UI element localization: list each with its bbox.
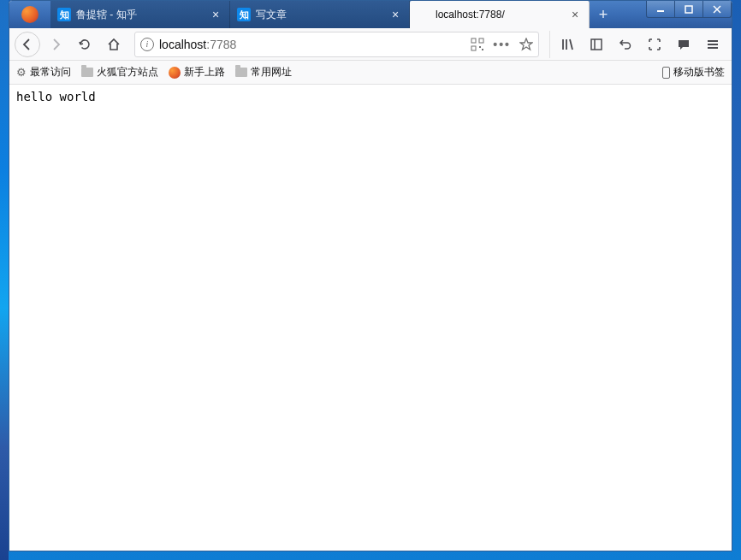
- chat-icon: [677, 38, 691, 51]
- page-content: hello world: [9, 85, 732, 551]
- close-icon: [713, 5, 721, 14]
- reload-button[interactable]: [71, 31, 98, 58]
- close-window-button[interactable]: [702, 1, 732, 18]
- minimize-icon: [656, 5, 665, 14]
- app-icon-area: [9, 1, 50, 28]
- firefox-icon: [169, 67, 181, 79]
- navbar-right: [549, 31, 726, 58]
- home-button[interactable]: [100, 31, 127, 58]
- url-host: localhost: [159, 38, 206, 51]
- home-icon: [107, 38, 121, 51]
- screenshot-button[interactable]: [641, 31, 668, 58]
- maximize-icon: [685, 5, 693, 14]
- tab-title: 写文章: [256, 8, 388, 22]
- hamburger-icon: [706, 38, 720, 51]
- sidebar-icon: [590, 38, 603, 51]
- folder-icon: [235, 68, 247, 77]
- bookmarks-toolbar: ⚙ 最常访问 火狐官方站点 新手上路 常用网址 移动版书签: [9, 61, 732, 85]
- svg-rect-12: [591, 39, 602, 50]
- bookmark-label: 移动版书签: [673, 65, 725, 80]
- library-button[interactable]: [554, 31, 581, 58]
- folder-icon: [81, 68, 93, 77]
- url-port: :7788: [206, 38, 236, 51]
- bookmark-common[interactable]: 常用网址: [235, 65, 292, 80]
- bookmark-star-icon[interactable]: [519, 38, 533, 51]
- zhihu-favicon: 知: [237, 8, 251, 21]
- svg-rect-7: [479, 46, 481, 48]
- tab-2[interactable]: 知 写文章 ×: [230, 1, 410, 28]
- body-text: hello world: [16, 90, 96, 103]
- identity-info-icon[interactable]: i: [140, 38, 154, 51]
- undo-icon: [619, 38, 632, 51]
- tab-title: 鲁提辖 - 知乎: [76, 8, 209, 22]
- page-actions-icon[interactable]: •••: [493, 38, 511, 51]
- bookmark-mobile[interactable]: 移动版书签: [662, 65, 725, 80]
- gear-icon: ⚙: [16, 66, 27, 79]
- phone-icon: [662, 67, 670, 79]
- tab-1[interactable]: 知 鲁提辖 - 知乎 ×: [50, 1, 230, 28]
- bookmark-label: 最常访问: [30, 65, 71, 80]
- titlebar: 知 鲁提辖 - 知乎 × 知 写文章 × localhost:7788/ × +: [9, 1, 732, 28]
- bookmark-most-visited[interactable]: ⚙ 最常访问: [16, 65, 71, 80]
- close-tab-icon[interactable]: ×: [209, 8, 222, 21]
- svg-rect-6: [471, 46, 476, 50]
- maximize-button[interactable]: [674, 1, 703, 18]
- minimize-button[interactable]: [646, 1, 675, 18]
- close-tab-icon[interactable]: ×: [388, 8, 402, 21]
- bookmark-label: 火狐官方站点: [97, 65, 158, 80]
- sidebar-button[interactable]: [583, 31, 610, 58]
- url-bar[interactable]: i localhost:7788 •••: [134, 32, 539, 57]
- close-tab-icon[interactable]: ×: [568, 8, 582, 21]
- bookmark-label: 常用网址: [251, 65, 292, 80]
- forward-arrow-icon: [49, 38, 62, 51]
- browser-window: 知 鲁提辖 - 知乎 × 知 写文章 × localhost:7788/ × +: [9, 0, 732, 551]
- svg-rect-4: [471, 38, 476, 43]
- bookmark-official[interactable]: 火狐官方站点: [81, 65, 158, 80]
- tab-strip: 知 鲁提辖 - 知乎 × 知 写文章 × localhost:7788/ × +: [50, 1, 732, 28]
- urlbar-right-icons: •••: [471, 38, 533, 51]
- forward-button[interactable]: [42, 31, 69, 58]
- window-controls: [647, 1, 732, 18]
- nav-toolbar: i localhost:7788 •••: [9, 28, 732, 61]
- svg-line-11: [570, 39, 572, 50]
- svg-rect-8: [482, 49, 483, 50]
- tab-3-active[interactable]: localhost:7788/ ×: [410, 1, 590, 28]
- svg-rect-5: [479, 38, 483, 43]
- blank-favicon: [417, 8, 430, 21]
- firefox-icon: [21, 6, 39, 23]
- back-button[interactable]: [15, 32, 40, 57]
- tab-title: localhost:7788/: [436, 9, 568, 21]
- qr-icon[interactable]: [471, 38, 484, 51]
- zhihu-favicon: 知: [57, 8, 71, 21]
- new-tab-button[interactable]: +: [590, 1, 617, 28]
- reload-icon: [78, 38, 92, 51]
- url-text: localhost:7788: [159, 38, 465, 51]
- screenshot-icon: [648, 38, 661, 51]
- menu-button[interactable]: [699, 31, 726, 58]
- svg-rect-1: [685, 6, 692, 13]
- bookmark-getting-started[interactable]: 新手上路: [169, 65, 225, 80]
- bookmark-label: 新手上路: [184, 65, 225, 80]
- chat-button[interactable]: [670, 31, 697, 58]
- back-arrow-icon: [21, 38, 34, 51]
- undo-button[interactable]: [612, 31, 639, 58]
- library-icon: [560, 38, 574, 51]
